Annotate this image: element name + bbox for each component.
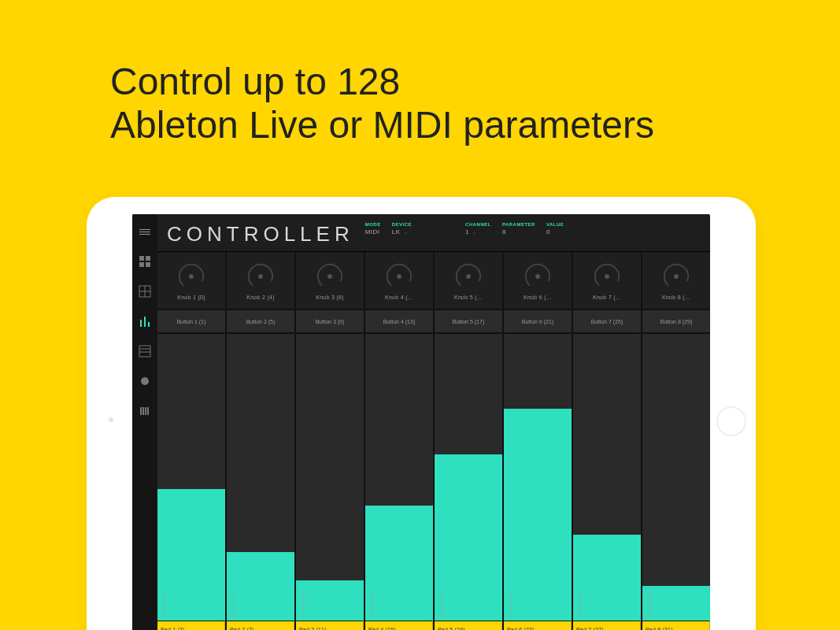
param-mode[interactable]: MODE MIDI (365, 222, 381, 235)
pad-button[interactable]: Pad 4 (15) (365, 621, 433, 630)
fader-label: Fader 4 (14) (370, 591, 375, 617)
knob-label: Knob 8 (… (662, 295, 690, 300)
pad-button[interactable]: Pad 3 (11) (296, 621, 364, 630)
track-column: Knob 8 (…Button 8 (29)Fader 8 (30)Pad 8 … (642, 252, 710, 630)
param-value[interactable]: VALUE 0 (546, 222, 564, 235)
fader[interactable]: Fader 7 (26) (573, 334, 641, 621)
tracks-grid: Knob 1 (0)Button 1 (1)Fader 1 (2)Pad 1 (… (157, 252, 710, 630)
fader[interactable]: Fader 5 (18) (435, 334, 502, 621)
sidebar (132, 214, 157, 630)
knob-cell[interactable]: Knob 4 (… (365, 252, 433, 310)
track-button[interactable]: Button 4 (13) (365, 310, 433, 334)
pad-button[interactable]: Pad 5 (19) (435, 621, 502, 630)
svg-point-31 (605, 274, 609, 279)
svg-point-27 (466, 274, 471, 279)
knob-icon (592, 261, 622, 291)
svg-rect-8 (144, 317, 146, 327)
param-device[interactable]: DEVICE LK⌄ (392, 222, 412, 235)
fader[interactable]: Fader 8 (30) (642, 334, 710, 621)
page-title: CONTROLLER (167, 222, 354, 246)
pad-button[interactable]: Pad 8 (31) (642, 621, 710, 630)
chevron-down-icon: ⌄ (472, 229, 477, 235)
track-button[interactable]: Button 2 (5) (227, 310, 294, 334)
svg-rect-10 (139, 346, 150, 357)
fader[interactable]: Fader 2 (6) (227, 334, 294, 621)
track-column: Knob 1 (0)Button 1 (1)Fader 1 (2)Pad 1 (… (157, 252, 225, 630)
fader[interactable]: Fader 3 (10) (296, 334, 364, 621)
svg-rect-2 (139, 262, 144, 267)
param-value-display: 0 (546, 228, 564, 235)
svg-point-13 (141, 377, 149, 385)
fader-fill (227, 552, 294, 621)
track-column: Knob 2 (4)Button 2 (5)Fader 2 (6)Pad 2 (… (227, 252, 294, 630)
headline-line2: Ableton Live or MIDI parameters (110, 104, 654, 146)
headline: Control up to 128 Ableton Live or MIDI p… (110, 60, 654, 146)
track-button[interactable]: Button 3 (9) (296, 310, 364, 334)
fader[interactable]: Fader 4 (14) (365, 334, 433, 621)
knob-cell[interactable]: Knob 3 (8) (296, 252, 364, 310)
track-button[interactable]: Button 6 (21) (504, 310, 572, 334)
param-channel[interactable]: CHANNEL 1⌄ (465, 222, 491, 235)
knob-icon (176, 261, 206, 291)
param-value: 8 (502, 228, 535, 235)
list-icon[interactable] (139, 345, 151, 358)
param-parameter[interactable]: PARAMETER 8 (502, 222, 535, 235)
track-button[interactable]: Button 5 (17) (435, 310, 502, 334)
grid2-icon[interactable] (139, 285, 151, 298)
svg-point-25 (397, 274, 401, 279)
track-button[interactable]: Button 8 (29) (642, 310, 710, 334)
pad-button[interactable]: Pad 6 (23) (504, 621, 572, 630)
fader-label: Fader 1 (2) (162, 594, 167, 617)
pad-button[interactable]: Pad 1 (3) (157, 621, 225, 630)
knob-label: Knob 6 (… (524, 295, 552, 300)
fader-label: Fader 2 (6) (231, 594, 236, 617)
knob-icon (661, 261, 691, 291)
grid-icon[interactable] (139, 255, 151, 268)
knob-cell[interactable]: Knob 1 (0) (157, 252, 225, 310)
svg-point-19 (189, 274, 194, 279)
fader[interactable]: Fader 6 (22) (504, 334, 572, 621)
track-column: Knob 7 (…Button 7 (25)Fader 7 (26)Pad 7 … (573, 252, 641, 630)
knob-label: Knob 5 (… (454, 295, 483, 300)
main-panel: CONTROLLER MODE MIDI DEVICE LK⌄ CHANNEL … (157, 214, 710, 630)
fader[interactable]: Fader 1 (2) (157, 334, 225, 621)
param-label: CHANNEL (465, 222, 491, 227)
svg-rect-3 (146, 262, 150, 267)
svg-point-33 (674, 274, 679, 279)
fader-label: Fader 8 (30) (647, 591, 652, 617)
svg-point-23 (327, 274, 332, 279)
knob-icon (246, 261, 276, 291)
param-value: LK (392, 228, 401, 235)
fader-label: Fader 5 (18) (439, 591, 444, 617)
fader-label: Fader 3 (10) (301, 591, 305, 617)
param-label: PARAMETER (502, 222, 535, 227)
knob-label: Knob 1 (0) (177, 295, 205, 300)
knob-label: Knob 7 (… (593, 295, 621, 300)
fader-fill (435, 454, 502, 621)
knob-cell[interactable]: Knob 8 (… (642, 252, 710, 310)
tablet-frame: CONTROLLER MODE MIDI DEVICE LK⌄ CHANNEL … (87, 197, 756, 630)
knob-icon (453, 261, 483, 291)
fader-fill (157, 489, 225, 621)
fader-fill (642, 586, 710, 621)
faders-icon[interactable] (139, 315, 151, 328)
track-button[interactable]: Button 7 (25) (573, 310, 641, 334)
menu-icon[interactable] (139, 225, 151, 238)
pad-button[interactable]: Pad 7 (27) (573, 621, 641, 630)
knob-cell[interactable]: Knob 2 (4) (227, 252, 294, 310)
keyboard-icon[interactable] (139, 405, 151, 417)
track-button[interactable]: Button 1 (1) (157, 310, 225, 334)
circle-icon[interactable] (139, 375, 151, 387)
svg-rect-14 (140, 407, 142, 415)
pad-button[interactable]: Pad 2 (7) (227, 621, 294, 630)
knob-cell[interactable]: Knob 5 (… (435, 252, 502, 310)
knob-cell[interactable]: Knob 6 (… (504, 252, 572, 310)
fader-label: Fader 7 (26) (578, 591, 583, 617)
param-label: DEVICE (392, 222, 412, 227)
chevron-down-icon: ⌄ (404, 229, 409, 235)
track-column: Knob 5 (…Button 5 (17)Fader 5 (18)Pad 5 … (435, 252, 502, 630)
headline-line1: Control up to 128 (110, 61, 400, 102)
svg-rect-0 (139, 256, 144, 261)
knob-icon (523, 261, 553, 291)
knob-cell[interactable]: Knob 7 (… (573, 252, 641, 310)
